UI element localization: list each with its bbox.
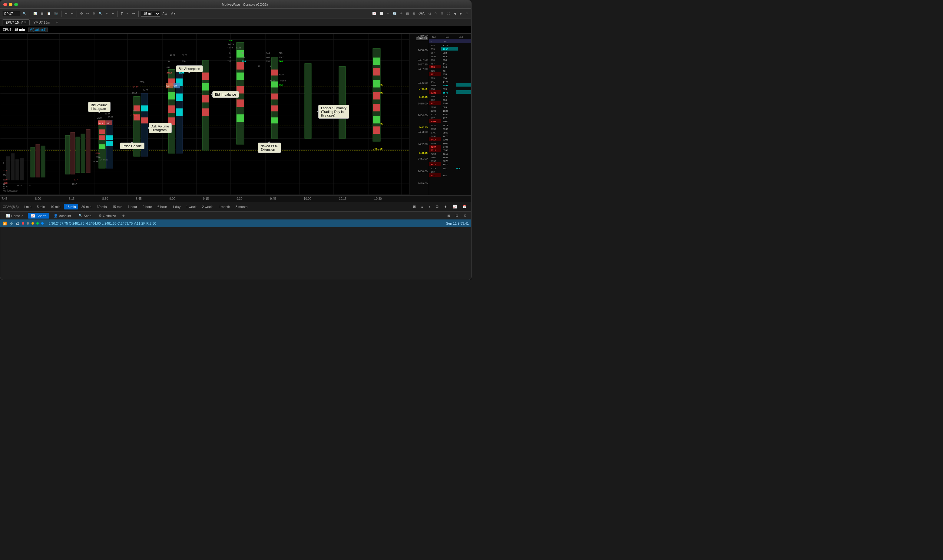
timeframe-select[interactable]: 15 min 1 min 5 min 1 hour xyxy=(141,11,160,17)
toolbar-right-4[interactable]: 🔄 xyxy=(391,11,398,16)
maximize-button[interactable] xyxy=(14,3,18,6)
svg-rect-39 xyxy=(20,158,24,180)
time-label-1015: 10:15 xyxy=(339,197,347,200)
tab-epu7-close[interactable]: ✕ xyxy=(24,21,26,24)
tf-columns-icon[interactable]: ⊡ xyxy=(434,204,441,209)
cursor-btn[interactable]: ⌖ xyxy=(125,11,129,16)
minimize-button[interactable] xyxy=(9,3,12,6)
tf-5min[interactable]: 5 min xyxy=(35,204,47,209)
tf-right-icons[interactable]: ⊞ xyxy=(411,204,418,209)
template-btn[interactable]: 📋 xyxy=(46,11,52,16)
bottom-tab-scan[interactable]: 🔍 Scan xyxy=(76,213,94,218)
symbol-input[interactable] xyxy=(2,11,20,16)
bottom-tab-optimize[interactable]: ⚙ Optimize xyxy=(96,213,119,218)
svg-rect-97 xyxy=(373,126,381,134)
svg-text:880: 880 xyxy=(431,59,435,62)
settings-btn[interactable]: ⚙ xyxy=(91,11,96,16)
tf-1hour[interactable]: 1 hour xyxy=(126,204,139,209)
pointer-btn[interactable]: ↖ xyxy=(105,11,109,16)
tf-1month[interactable]: 1 month xyxy=(216,204,232,209)
tf-10min[interactable]: 10 min xyxy=(48,204,63,209)
toolbar-nav-close[interactable]: ✕ xyxy=(465,11,469,16)
tf-1week[interactable]: 1 week xyxy=(184,204,199,209)
zoom-btn[interactable]: 🔍 xyxy=(97,11,103,16)
tf-list-icon[interactable]: ≡ xyxy=(419,204,425,209)
close-button[interactable] xyxy=(3,3,7,6)
crosshair-btn[interactable]: ✛ xyxy=(79,11,84,16)
bottom-tab-home-close[interactable]: ✕ xyxy=(21,214,24,217)
svg-text:144: 144 xyxy=(266,52,270,54)
bottom-tab-home[interactable]: 📊 Home ✕ xyxy=(3,213,27,218)
svg-text:1206: 1206 xyxy=(431,109,436,112)
bottom-tab-account[interactable]: 👤 Account xyxy=(51,213,74,218)
tf-15min[interactable]: 15 min xyxy=(64,204,78,209)
svg-text:-338: -338 xyxy=(3,182,8,185)
toolbar-right-1[interactable]: 📈 xyxy=(371,11,377,16)
chart-type-btn[interactable]: 📊 xyxy=(32,11,38,16)
font-decrease-btn[interactable]: A▼ xyxy=(170,11,177,16)
svg-text:Ask: Ask xyxy=(459,36,464,38)
tf-calendar-icon[interactable]: 📅 xyxy=(460,204,469,209)
svg-text:201: 201 xyxy=(443,167,447,170)
font-increase-btn[interactable]: A▲ xyxy=(162,11,169,16)
tf-3month[interactable]: 3 month xyxy=(233,204,250,209)
tf-2week[interactable]: 2 week xyxy=(200,204,215,209)
svg-rect-84 xyxy=(271,82,278,88)
undo-btn[interactable]: ↩ xyxy=(63,11,68,16)
tab-ymu7[interactable]: YMU7 15m xyxy=(30,20,53,25)
svg-text:6598: 6598 xyxy=(443,149,448,152)
plus-btn[interactable]: + xyxy=(111,11,115,16)
svg-text:1277: 1277 xyxy=(240,56,245,58)
tf-eye-icon[interactable]: 👁 xyxy=(442,204,449,209)
tf-sort-icon[interactable]: ↕ xyxy=(427,204,433,209)
tf-chart-icon[interactable]: 📈 xyxy=(451,204,459,209)
bottom-tab-charts[interactable]: 📈 Charts xyxy=(28,213,49,218)
time-label-815: 8:15 xyxy=(69,197,74,200)
toolbar-right-fullscreen[interactable]: ⛶ xyxy=(446,11,451,16)
svg-text:3497: 3497 xyxy=(443,146,448,148)
screenshot-btn[interactable]: 📷 xyxy=(53,11,59,16)
svg-text:1290: 1290 xyxy=(240,60,246,63)
toolbar-right-7[interactable]: ⊞ xyxy=(411,11,416,16)
svg-text:-377: -377 xyxy=(73,178,78,181)
svg-text:45.79: 45.79 xyxy=(97,117,103,119)
chart-canvas[interactable]: 2485.75 2485.25 2483.25 2481.25 xyxy=(0,34,409,195)
svg-text:36.80: 36.80 xyxy=(3,186,8,188)
toolbar-right-2[interactable]: ⬜ xyxy=(378,11,384,16)
bottom-right-icon-2[interactable]: ⊡ xyxy=(453,213,460,218)
toolbar-right-8[interactable]: ◁ xyxy=(427,11,432,16)
tf-6hour[interactable]: 6 hour xyxy=(156,204,169,209)
svg-rect-74 xyxy=(202,108,209,116)
toolbar-right-settings[interactable]: ⚙ xyxy=(439,11,445,16)
toolbar-nav-forward[interactable]: ▶ xyxy=(459,11,463,16)
toolbar-right-6[interactable]: ▤ xyxy=(405,11,410,16)
tf-1min[interactable]: 1 min xyxy=(21,204,34,209)
bar-type-btn[interactable]: ▦ xyxy=(39,11,45,16)
text-btn[interactable]: T xyxy=(120,11,124,16)
price-2483-25: 2483.25 xyxy=(419,126,428,129)
tf-1day[interactable]: 1 day xyxy=(170,204,183,209)
wave-btn[interactable]: 〜 xyxy=(131,11,136,16)
svg-rect-81 xyxy=(237,114,244,122)
tab-add-button[interactable]: + xyxy=(54,19,60,26)
bottom-tab-add[interactable]: + xyxy=(120,212,126,219)
draw-btn[interactable]: ✏ xyxy=(85,11,90,16)
svg-text:11.2K: 11.2K xyxy=(105,112,111,115)
tf-45min[interactable]: 45 min xyxy=(110,204,125,209)
separator-2 xyxy=(61,11,62,17)
redo-btn[interactable]: ↪ xyxy=(70,11,74,16)
bottom-right-icon-1[interactable]: ⊞ xyxy=(445,213,452,218)
symbol-search-icon[interactable]: 🔍 xyxy=(22,11,28,16)
tf-30min[interactable]: 30 min xyxy=(95,204,109,209)
tf-2hour[interactable]: 2 hour xyxy=(140,204,154,209)
chart-tab-bar: EPU7 15m* ✕ YMU7 15m + xyxy=(0,18,471,26)
toolbar-nav-back[interactable]: ◀ xyxy=(452,11,457,16)
toolbar-right-3[interactable]: ✂ xyxy=(385,11,390,16)
tab-epu7[interactable]: EPU7 15m* ✕ xyxy=(2,19,30,25)
tf-20min[interactable]: 20 min xyxy=(79,204,94,209)
svg-text:2579: 2579 xyxy=(431,167,436,170)
toolbar-right-5[interactable]: ⟳ xyxy=(399,11,404,16)
svg-rect-51 xyxy=(99,145,105,149)
bottom-right-icon-3[interactable]: ⚙ xyxy=(462,213,469,218)
toolbar-right-9[interactable]: ☆ xyxy=(433,11,438,16)
